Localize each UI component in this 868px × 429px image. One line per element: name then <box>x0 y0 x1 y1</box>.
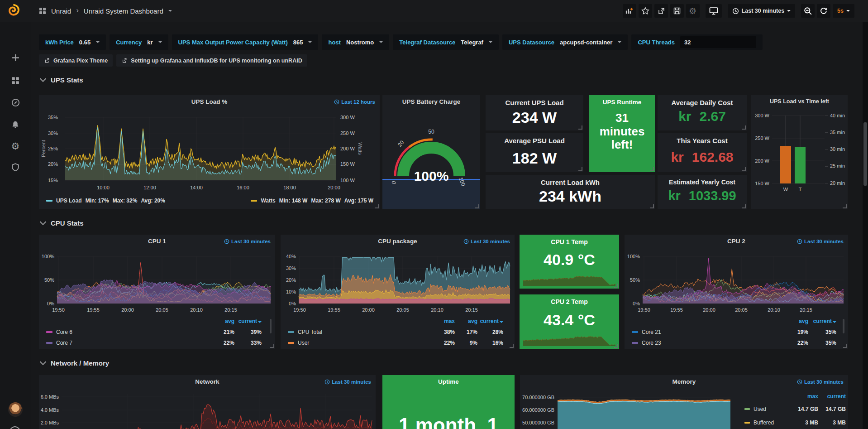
variable-telegraf-datasource[interactable]: Telegraf Datasource Telegraf <box>393 34 499 50</box>
y-axis-label: Percent <box>41 131 46 166</box>
legend-series-name[interactable]: Core 23 <box>642 340 661 346</box>
add-panel-button[interactable] <box>623 4 636 18</box>
settings-gear-icon[interactable]: ⚙ <box>686 4 700 18</box>
panel-resize-handle[interactable] <box>510 344 514 348</box>
legend-series-name[interactable]: Used <box>754 406 766 412</box>
panel-resize-handle[interactable] <box>270 344 274 348</box>
panel-resize-handle[interactable] <box>614 344 618 348</box>
variable-currency[interactable]: Currency kr <box>110 34 168 50</box>
panel-title[interactable]: Current Load kWh <box>488 178 652 186</box>
variable-ups-datasource[interactable]: UPS Datasource apcupsd-container <box>502 34 628 50</box>
legend-series-name[interactable]: CPU Total <box>298 329 322 335</box>
dashboards-grid-icon[interactable] <box>39 7 46 14</box>
legend-row: Buffered <box>744 419 774 426</box>
share-button[interactable] <box>654 4 668 18</box>
legend-scrollbar-thumb[interactable] <box>270 319 272 333</box>
panel-resize-handle[interactable] <box>614 284 618 288</box>
legend-max-value: 14.7 GB <box>791 406 818 412</box>
create-plus-icon[interactable] <box>6 48 24 67</box>
refresh-interval-picker[interactable]: 5s <box>833 4 854 18</box>
variable-kwh-price[interactable]: kWh Price 0.65 <box>39 34 106 50</box>
panel-resize-handle[interactable] <box>650 204 654 208</box>
tv-mode-button[interactable] <box>706 4 722 18</box>
y-tick-right: 35 min <box>830 130 848 135</box>
user-avatar[interactable] <box>8 402 23 417</box>
alerting-bell-icon[interactable] <box>6 116 24 134</box>
variable-host[interactable]: host Nostromo <box>322 34 389 50</box>
legend-series-name[interactable]: UPS Load <box>56 198 82 204</box>
configuration-gear-icon[interactable]: ⚙ <box>6 137 24 155</box>
legend-col-avg[interactable]: avg <box>207 318 234 324</box>
ups-vs-time-chart[interactable] <box>751 95 848 209</box>
panel-resize-handle[interactable] <box>578 125 582 130</box>
panel-title[interactable]: CPU 1 Temp <box>522 238 616 246</box>
legend-col-current[interactable]: current <box>476 318 503 324</box>
panel-title[interactable]: This Years Cost <box>660 137 744 145</box>
dashboard-title[interactable]: Unraid System Dashboard <box>84 7 163 15</box>
breadcrumb-folder[interactable]: Unraid <box>51 7 71 15</box>
y-tick: 0% <box>625 301 640 306</box>
panel-title[interactable]: Current UPS Load <box>488 99 581 106</box>
network-chart[interactable] <box>39 375 376 429</box>
panel-title[interactable]: Average PSU Load <box>488 137 581 145</box>
dashboard-picker-caret-icon[interactable] <box>168 10 172 12</box>
legend-series-name[interactable]: Core 6 <box>56 329 72 335</box>
refresh-button[interactable] <box>817 4 830 18</box>
legend-series-name[interactable]: Watts <box>261 198 275 204</box>
panel-estimated-yearly-cost: Estimated Yearly Cost kr1033.99 <box>658 175 747 209</box>
section-ups-stats[interactable]: UPS Stats <box>41 76 83 84</box>
variable-caret-icon <box>158 41 162 43</box>
panel-title[interactable]: Average Daily Cost <box>660 99 744 106</box>
cpu-threads-input[interactable]: 32 <box>680 36 756 48</box>
template-variables-row: kWh Price 0.65 Currency kr UPS Max Outpu… <box>39 34 763 50</box>
ups-load-chart[interactable] <box>39 95 380 209</box>
dashboards-icon[interactable] <box>6 72 24 90</box>
section-network-memory[interactable]: Network / Memory <box>41 359 109 367</box>
stat-value: 43.4 °C <box>520 311 619 329</box>
legend-col-current[interactable]: current <box>809 318 836 324</box>
panel-resize-handle[interactable] <box>843 204 847 208</box>
variable-ups-max-output[interactable]: UPS Max Output Power Capacity (Watt) 865 <box>172 34 319 50</box>
legend-col-current[interactable]: current <box>234 318 262 324</box>
legend-series-name[interactable]: User <box>298 340 309 346</box>
navbar-actions: ⚙ Last 30 minutes 5s <box>623 4 854 18</box>
help-icon[interactable]: ? <box>10 426 20 429</box>
variable-caret-icon <box>618 41 621 43</box>
panel-resize-handle[interactable] <box>650 167 654 171</box>
panel-ups-load: UPS Load % Last 12 hours 35% 30% 25% 20%… <box>39 95 380 209</box>
legend-scrollbar-thumb[interactable] <box>843 319 844 333</box>
explore-compass-icon[interactable] <box>6 93 24 111</box>
page-scrollbar-thumb[interactable] <box>863 122 867 186</box>
panel-resize-handle[interactable] <box>742 167 746 171</box>
panel-resize-handle[interactable] <box>578 167 582 171</box>
legend-col-avg[interactable]: avg <box>781 318 808 324</box>
link-grafana-plex-theme[interactable]: Grafana Plex Theme <box>39 54 113 67</box>
panel-title[interactable]: UPS Runtime <box>592 99 652 106</box>
panel-title[interactable]: CPU 2 Temp <box>522 298 616 305</box>
server-admin-shield-icon[interactable] <box>6 158 24 176</box>
panel-title[interactable]: Uptime <box>396 378 501 385</box>
link-ups-monitoring-guide[interactable]: Setting up Grafana and InfluxDB for UPS … <box>116 54 307 67</box>
variable-label: UPS Datasource <box>509 39 554 46</box>
legend-col-max[interactable]: max <box>795 393 818 400</box>
favorite-star-button[interactable] <box>639 4 652 18</box>
time-range-picker[interactable]: Last 30 minutes <box>728 4 795 18</box>
legend-series-name[interactable]: Buffered <box>754 419 774 426</box>
panel-resize-handle[interactable] <box>843 344 847 348</box>
panel-resize-handle[interactable] <box>375 204 379 208</box>
legend-series-name[interactable]: Core 21 <box>642 329 661 335</box>
y-tick: 15% <box>40 178 58 183</box>
panel-resize-handle[interactable] <box>475 204 479 208</box>
panel-memory: Memory Last 30 minutes 70.000000 GB 60.0… <box>520 375 848 429</box>
zoom-out-button[interactable] <box>801 4 815 18</box>
battery-gauge[interactable] <box>382 95 480 209</box>
panel-title[interactable]: Estimated Yearly Cost <box>660 178 744 186</box>
save-button[interactable] <box>670 4 684 18</box>
section-cpu-stats[interactable]: CPU Stats <box>41 219 84 227</box>
legend-series-name[interactable]: Core 7 <box>56 340 72 346</box>
grafana-logo[interactable] <box>5 2 22 19</box>
panel-resize-handle[interactable] <box>742 125 746 130</box>
legend-col-current[interactable]: current <box>822 393 846 400</box>
legend-col-avg[interactable]: avg <box>450 318 477 324</box>
panel-resize-handle[interactable] <box>742 204 746 208</box>
